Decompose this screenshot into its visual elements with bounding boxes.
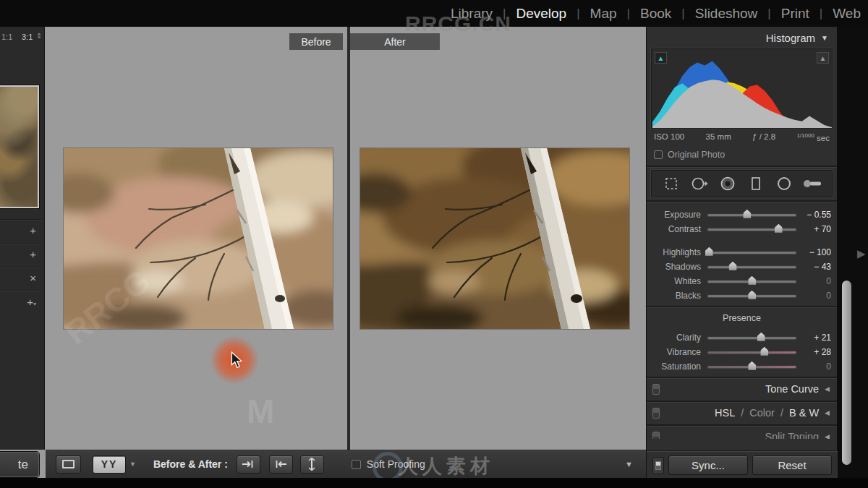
paste-button[interactable]: te [0, 452, 39, 477]
add-icon[interactable]: +▾ [27, 296, 36, 309]
slider-value-contrast[interactable]: + 70 [796, 224, 831, 234]
slider-track-contrast[interactable] [707, 228, 796, 231]
slider-thumb-whites[interactable] [748, 276, 756, 285]
copy-after-to-before-button[interactable] [269, 455, 293, 474]
view-mode-dropdown-icon[interactable]: ▼ [129, 461, 136, 468]
module-tab-web[interactable]: Web [833, 6, 861, 22]
right-panel-scrollbar[interactable] [842, 281, 851, 465]
reset-button-label: Reset [778, 459, 806, 471]
slider-track-saturation[interactable] [707, 365, 796, 368]
slider-thumb-saturation[interactable] [748, 361, 756, 370]
slider-track-whites[interactable] [707, 280, 796, 283]
slider-value-blacks[interactable]: 0 [796, 291, 831, 301]
shadow-clipping-indicator[interactable]: ▲ [655, 52, 667, 64]
spot-removal-tool-icon[interactable] [689, 174, 710, 194]
slider-track-highlights[interactable] [707, 251, 796, 254]
loupe-view-button[interactable] [56, 455, 81, 474]
slider-value-whites[interactable]: 0 [796, 276, 831, 286]
slider-value-vibrance[interactable]: + 28 [796, 347, 831, 357]
zoom-ratio-stepper-icon[interactable]: ⇕ [36, 32, 42, 40]
autosync-toggle-switch[interactable] [652, 457, 664, 474]
divider [647, 166, 837, 167]
slider-label-vibrance[interactable]: Vibrance [652, 347, 707, 357]
panel-toggle-switch-icon[interactable] [652, 432, 660, 439]
soft-proofing-checkbox[interactable] [352, 460, 361, 469]
hsl-color-bw-panel-header[interactable]: HSL / Color / B & W ◀ [647, 403, 837, 423]
slider-label-highlights[interactable]: Highlights [652, 247, 707, 257]
panel-toggle-switch-icon[interactable] [652, 408, 660, 419]
reset-button[interactable]: Reset [752, 455, 832, 475]
zoom-ratio-3to1[interactable]: 3:1 [22, 33, 33, 41]
slider-label-saturation[interactable]: Saturation [652, 361, 707, 372]
slider-value-shadows[interactable]: − 43 [796, 262, 831, 272]
after-photo[interactable] [360, 148, 629, 329]
copy-before-to-after-button[interactable] [237, 455, 260, 474]
divider [647, 424, 837, 426]
graduated-filter-tool-icon[interactable] [745, 174, 767, 194]
sync-button[interactable]: Sync... [668, 455, 748, 475]
after-label-text: After [384, 36, 406, 48]
slider-track-blacks[interactable] [707, 294, 796, 297]
slider-value-clarity[interactable]: + 21 [796, 333, 831, 343]
navigator-preview-thumbnail[interactable] [0, 85, 39, 208]
swap-arrows-icon [306, 458, 318, 471]
add-dropdown-icon[interactable]: ▾ [33, 301, 36, 307]
slider-label-clarity[interactable]: Clarity [652, 333, 707, 343]
panel-toggle-switch-icon[interactable] [652, 384, 660, 395]
clear-icon[interactable]: × [30, 273, 36, 283]
bw-title-part[interactable]: B & W [789, 407, 819, 419]
slider-track-vibrance[interactable] [707, 351, 796, 354]
split-toning-panel-header[interactable]: Split Toning ◀ [647, 427, 837, 439]
left-panel-header-row[interactable]: +▾ [0, 291, 42, 314]
module-tab-library[interactable]: Library [451, 6, 493, 22]
slider-value-highlights[interactable]: − 100 [796, 247, 831, 257]
before-after-view-button[interactable]: YY [93, 455, 126, 474]
add-icon[interactable]: + [30, 249, 36, 260]
left-panel-header-row[interactable]: + [0, 243, 42, 267]
slider-thumb-blacks[interactable] [748, 291, 756, 299]
module-tab-develop[interactable]: Develop [516, 6, 566, 22]
slider-track-clarity[interactable] [707, 336, 796, 339]
slider-track-shadows[interactable] [707, 265, 796, 268]
module-tab-book[interactable]: Book [640, 6, 671, 22]
slider-value-saturation[interactable]: 0 [796, 361, 831, 372]
module-tab-print[interactable]: Print [781, 6, 809, 22]
shutter-speed-value: 1/1000 sec [796, 132, 830, 142]
highlight-clipping-indicator[interactable]: ▲ [817, 52, 829, 64]
menu-divider: | [681, 7, 684, 21]
left-panel-header-row[interactable]: × [0, 267, 42, 291]
adjustment-brush-tool-icon[interactable] [801, 174, 823, 194]
slider-thumb-clarity[interactable] [757, 333, 765, 341]
add-icon[interactable]: + [30, 225, 36, 236]
hsl-title-part[interactable]: HSL [715, 407, 735, 419]
tone-curve-panel-header[interactable]: Tone Curve ◀ [647, 380, 837, 399]
left-panel-header-row[interactable]: + [0, 219, 42, 243]
slider-thumb-exposure[interactable] [743, 210, 751, 218]
radial-filter-tool-icon[interactable] [773, 174, 795, 194]
panel-collapse-arrow-icon[interactable]: ▶ [857, 247, 866, 260]
slider-label-exposure[interactable]: Exposure [652, 210, 707, 220]
slider-track-exposure[interactable] [707, 213, 796, 216]
menu-divider: | [767, 7, 770, 21]
slider-thumb-contrast[interactable] [775, 224, 783, 233]
histogram-panel-header[interactable]: Histogram ▼ [647, 27, 837, 48]
slider-label-contrast[interactable]: Contrast [652, 224, 707, 234]
crop-tool-icon[interactable] [660, 174, 682, 194]
toolbar-options-dropdown-icon[interactable]: ▼ [625, 460, 633, 468]
red-eye-tool-icon[interactable] [717, 174, 739, 194]
slider-label-blacks[interactable]: Blacks [652, 291, 707, 301]
module-tab-slideshow[interactable]: Slideshow [695, 6, 758, 22]
slider-value-exposure[interactable]: − 0.55 [796, 210, 831, 220]
slider-label-whites[interactable]: Whites [652, 276, 707, 286]
slider-label-shadows[interactable]: Shadows [652, 262, 707, 272]
slider-thumb-vibrance[interactable] [760, 347, 768, 356]
swap-before-after-button[interactable] [300, 455, 324, 474]
slider-thumb-shadows[interactable] [729, 262, 737, 270]
module-tab-map[interactable]: Map [590, 6, 617, 22]
zoom-ratio-1to1[interactable]: 1:1 [1, 33, 12, 41]
before-photo[interactable] [64, 148, 333, 329]
color-title-part[interactable]: Color [749, 407, 775, 419]
original-photo-checkbox[interactable] [654, 150, 663, 159]
histogram-display[interactable]: ▲ ▲ [651, 48, 833, 129]
presence-section-title: Presence [647, 309, 837, 326]
